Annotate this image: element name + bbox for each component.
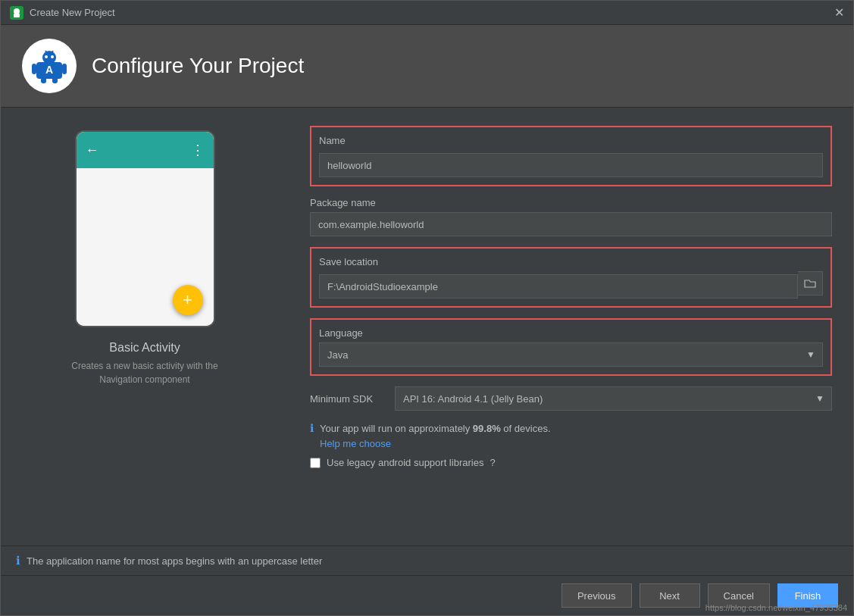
svg-rect-2 [14, 14, 20, 17]
minimum-sdk-select-wrapper: API 16: Android 4.1 (Jelly Bean) API 17:… [395, 386, 832, 411]
close-button[interactable]: ✕ [834, 7, 844, 19]
info-icon: ℹ [310, 422, 314, 434]
language-select[interactable]: Java Kotlin [319, 342, 823, 367]
right-panel: Name Package name Save location [289, 108, 853, 546]
bottom-info-icon: ℹ [16, 554, 20, 568]
titlebar-title: Create New Project [30, 7, 115, 18]
android-logo-icon: A [30, 47, 68, 85]
svg-rect-9 [32, 64, 36, 74]
browse-folder-button[interactable] [798, 271, 823, 295]
phone-toolbar: ← ⋮ [77, 132, 214, 168]
header-section: A Configure Your Project [1, 25, 853, 108]
package-input[interactable] [310, 212, 832, 236]
name-label: Name [319, 135, 823, 146]
previous-button[interactable]: Previous [562, 583, 632, 608]
titlebar: Create New Project ✕ [1, 1, 853, 25]
next-button[interactable]: Next [640, 583, 700, 608]
save-location-input-row [319, 271, 823, 299]
svg-point-1 [14, 8, 20, 14]
svg-point-4 [42, 51, 56, 64]
package-label: Package name [310, 197, 832, 208]
left-panel: ← ⋮ + Basic Activity Creates a new basic… [1, 108, 289, 546]
watermark: https://blog.csdn.net/weixin_47935384 [705, 603, 847, 612]
action-bar: Previous Next Cancel Finish https://blog… [1, 575, 853, 615]
window: Create New Project ✕ [0, 0, 854, 616]
content-area: ← ⋮ + Basic Activity Creates a new basic… [1, 108, 853, 546]
package-name-group: Package name [310, 197, 832, 236]
logo-circle: A [22, 39, 77, 93]
language-label: Language [319, 327, 823, 339]
titlebar-left: Create New Project [10, 6, 115, 20]
svg-rect-10 [62, 64, 67, 74]
checkbox-row: Use legacy android support libraries ? [310, 457, 832, 468]
save-location-group: Save location [310, 247, 832, 308]
more-icon: ⋮ [191, 142, 205, 158]
legacy-support-checkbox[interactable] [310, 458, 321, 468]
name-field-group: Name [310, 126, 832, 186]
checkbox-help-icon: ? [490, 457, 495, 468]
svg-point-6 [51, 55, 54, 58]
back-icon: ← [86, 142, 99, 158]
phone-mockup: ← ⋮ + [75, 130, 215, 327]
info-text: Your app will run on approximately 99.8%… [320, 421, 551, 451]
folder-icon [804, 278, 816, 289]
svg-text:A: A [45, 64, 53, 76]
help-link[interactable]: Help me choose [320, 438, 391, 449]
checkbox-label: Use legacy android support libraries [327, 457, 483, 468]
activity-desc: Creates a new basic activity with theNav… [71, 359, 217, 386]
bottom-info-text: The application name for most apps begin… [27, 555, 322, 567]
info-row: ℹ Your app will run on approximately 99.… [310, 421, 832, 451]
minimum-sdk-label: Minimum SDK [310, 393, 386, 405]
svg-point-5 [45, 55, 48, 58]
svg-rect-12 [52, 77, 58, 83]
activity-name: Basic Activity [109, 341, 180, 355]
minimum-sdk-row: Minimum SDK API 16: Android 4.1 (Jelly B… [310, 386, 832, 411]
svg-rect-11 [41, 77, 46, 83]
android-studio-icon [10, 6, 23, 20]
save-location-input[interactable] [319, 274, 798, 299]
save-location-label: Save location [319, 256, 823, 267]
minimum-sdk-select[interactable]: API 16: Android 4.1 (Jelly Bean) API 17:… [395, 386, 832, 411]
fab-button: + [173, 285, 203, 315]
header-title: Configure Your Project [92, 54, 304, 78]
language-select-wrapper: Java Kotlin ▼ [319, 342, 823, 367]
name-input[interactable] [319, 153, 823, 177]
phone-body: + [77, 168, 214, 326]
bottom-info-bar: ℹ The application name for most apps beg… [1, 546, 853, 575]
language-group: Language Java Kotlin ▼ [310, 318, 832, 376]
